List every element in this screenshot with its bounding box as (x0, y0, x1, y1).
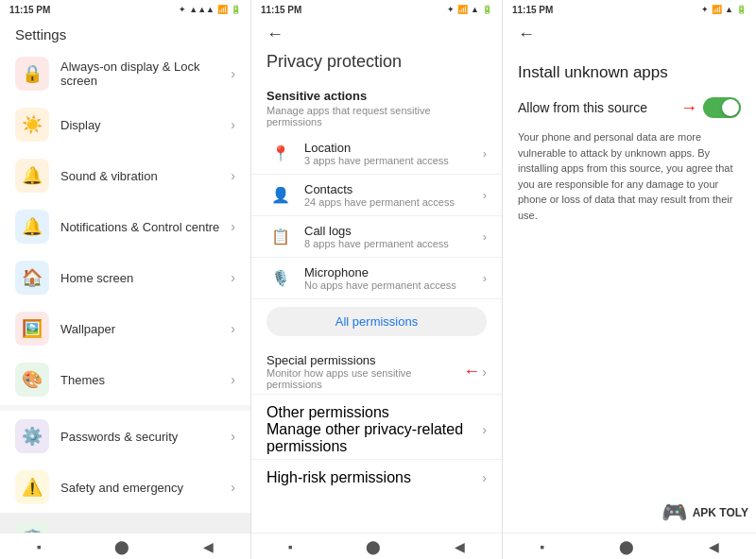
other-perm-title: Other permissions (266, 404, 482, 421)
sidebar-item-always-on[interactable]: 🔒 Always-on display & Lock screen › (0, 48, 250, 99)
allow-label: Allow from this source (518, 100, 647, 115)
sidebar-item-wallpaper[interactable]: 🖼️ Wallpaper › (0, 303, 250, 354)
wifi-icon-3: ▲ (725, 5, 733, 14)
other-perm-sub: Manage other privacy-related permissions (266, 421, 482, 455)
install-title: Install unknown apps (518, 63, 741, 82)
nav-back-2[interactable]: ◀ (443, 535, 476, 558)
high-risk-chevron: › (482, 470, 487, 485)
status-bar-1: 11:15 PM ✦ ▲▲▲ 📶 🔋 (0, 0, 250, 19)
nav-square-2[interactable]: ▪ (277, 535, 304, 558)
perm-item-location[interactable]: 📍 Location 3 apps have permanent access … (251, 133, 502, 175)
nav-square-3[interactable]: ▪ (528, 535, 556, 558)
privacy-header: ← (251, 19, 502, 52)
chevron-safety: › (231, 480, 235, 495)
location-sub: 3 apps have permanent access (304, 155, 483, 166)
chevron-notifications: › (231, 219, 235, 234)
wifi-icon-2: ▲ (471, 5, 479, 14)
calllogs-text: Call logs 8 apps have permanent access (304, 224, 483, 249)
other-chevron: › (482, 422, 487, 437)
chevron-contacts: › (483, 188, 487, 202)
all-permissions-button[interactable]: All permissions (266, 307, 487, 336)
back-button-3[interactable]: ← (518, 25, 535, 44)
nav-square-1[interactable]: ▪ (26, 535, 53, 558)
contacts-icon: 👤 (266, 186, 295, 204)
bluetooth-icon-2: ✦ (447, 5, 455, 14)
sidebar-item-display[interactable]: ☀️ Display › (0, 99, 250, 150)
perm-item-microphone[interactable]: 🎙️ Microphone No apps have permanent acc… (251, 258, 502, 299)
privacy-body: Privacy protection Sensitive actions Man… (251, 52, 502, 533)
passwords-label: Passwords & security (60, 430, 231, 444)
nav-circle-2[interactable]: ⬤ (354, 535, 392, 558)
sidebar-item-privacy[interactable]: 🛡️ Privacy protection ◄ › (0, 513, 250, 533)
always-on-label: Always-on display & Lock screen (60, 59, 231, 88)
battery-icon-2: 🔋 (482, 5, 492, 14)
back-button-2[interactable]: ← (266, 25, 284, 44)
chevron-sound: › (231, 168, 235, 183)
status-icons-2: ✦ 📶 ▲ 🔋 (447, 5, 492, 14)
microphone-sub: No apps have permanent access (304, 280, 483, 291)
sidebar-item-home[interactable]: 🏠 Home screen › (0, 252, 250, 303)
calllogs-icon: 📋 (266, 228, 295, 246)
microphone-icon: 🎙️ (266, 269, 295, 287)
home-label: Home screen (60, 271, 231, 285)
status-bar-3: 11:15 PM ✦ 📶 ▲ 🔋 (503, 0, 756, 19)
perm-item-contacts[interactable]: 👤 Contacts 24 apps have permanent access… (251, 175, 502, 216)
sidebar-item-sound[interactable]: 🔔 Sound & vibration › (0, 150, 250, 201)
nav-circle-3[interactable]: ⬤ (608, 535, 645, 558)
special-perm-sub: Monitor how apps use sensitive permissio… (266, 367, 463, 390)
battery-icon-3: 🔋 (736, 5, 747, 14)
sidebar-item-themes[interactable]: 🎨 Themes › (0, 354, 250, 405)
display-label: Display (60, 118, 231, 132)
microphone-name: Microphone (304, 265, 483, 280)
battery-icon: 🔋 (231, 5, 241, 14)
allow-row: Allow from this source → (518, 97, 741, 118)
settings-list: 🔒 Always-on display & Lock screen › ☀️ D… (0, 48, 250, 533)
signal-icon-2: 📶 (457, 5, 468, 14)
status-bar-2: 11:15 PM ✦ 📶 ▲ 🔋 (251, 0, 502, 19)
sidebar-item-notifications[interactable]: 🔔 Notifications & Control centre › (0, 201, 250, 252)
high-risk-section: High-risk permissions › (251, 459, 502, 490)
bluetooth-icon-3: ✦ (701, 5, 709, 14)
chevron-passwords: › (231, 429, 235, 444)
nav-back-1[interactable]: ◀ (192, 535, 225, 558)
special-chevron: › (482, 364, 487, 380)
allow-toggle[interactable] (703, 97, 741, 118)
chevron-display: › (231, 117, 235, 132)
apk-toly-watermark: 🎮 APK TOLY (662, 500, 748, 525)
install-header: ← (503, 19, 756, 52)
calllogs-name: Call logs (304, 224, 483, 238)
privacy-icon: 🛡️ (15, 521, 49, 533)
chevron-home: › (231, 270, 235, 285)
sidebar-item-passwords[interactable]: ⚙️ Passwords & security › (0, 411, 250, 462)
contacts-text: Contacts 24 apps have permanent access (304, 182, 483, 208)
location-icon: 📍 (266, 144, 295, 162)
toggle-arrow: → (680, 98, 697, 118)
location-name: Location (304, 141, 483, 155)
notifications-label: Notifications & Control centre (60, 220, 231, 234)
themes-icon: 🎨 (15, 363, 49, 397)
passwords-icon: ⚙️ (15, 419, 49, 453)
microphone-text: Microphone No apps have permanent access (304, 265, 483, 291)
wallpaper-icon: 🖼️ (15, 312, 49, 346)
bluetooth-icon: ✦ (179, 5, 186, 14)
install-panel: 11:15 PM ✦ 📶 ▲ 🔋 ← Install unknown apps … (503, 0, 756, 559)
perm-item-calllogs[interactable]: 📋 Call logs 8 apps have permanent access… (251, 216, 502, 258)
privacy-page-title: Privacy protection (251, 52, 502, 81)
nav-back-3[interactable]: ◀ (697, 535, 730, 558)
settings-title: Settings (0, 19, 250, 48)
high-risk-title: High-risk permissions (266, 469, 411, 486)
status-icons-3: ✦ 📶 ▲ 🔋 (701, 5, 747, 14)
safety-label: Safety and emergency (60, 481, 231, 495)
bottom-nav-2: ▪ ⬤ ◀ (251, 533, 502, 559)
bottom-nav-3: ▪ ⬤ ◀ (503, 533, 756, 559)
contacts-name: Contacts (304, 182, 483, 196)
sidebar-item-safety[interactable]: ⚠️ Safety and emergency › (0, 462, 250, 513)
contacts-sub: 24 apps have permanent access (304, 196, 483, 208)
special-red-arrow: ← (463, 362, 480, 381)
install-content: Install unknown apps Allow from this sou… (503, 52, 756, 533)
signal-icon-3: 📶 (712, 5, 722, 14)
time-3: 11:15 PM (512, 5, 553, 15)
settings-panel: 11:15 PM ✦ ▲▲▲ 📶 🔋 Settings 🔒 Always-on … (0, 0, 251, 559)
nav-circle-1[interactable]: ⬤ (103, 535, 141, 558)
chevron-calllogs: › (483, 229, 487, 244)
